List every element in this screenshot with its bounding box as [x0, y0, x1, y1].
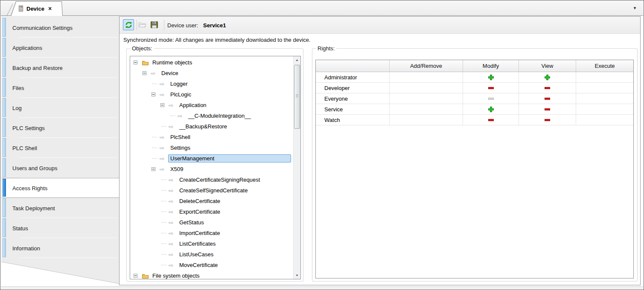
tree-node-plcshell[interactable]: ⇨PlcShell [130, 132, 293, 142]
tree-node-getstatus[interactable]: ⇨GetStatus [130, 217, 293, 228]
action-arrow-icon: ⇨ [160, 134, 168, 140]
sidebar-item-task-deployment[interactable]: Task Deployment [1, 198, 119, 218]
tree-node-label: File system objects [150, 272, 202, 279]
tree-node-exportcertificate[interactable]: ⇨ExportCertificate [130, 206, 293, 217]
tree-node-backup-restore[interactable]: ⇨__Backup&Restore [130, 121, 293, 132]
right-cell-administrator-view[interactable] [519, 72, 576, 82]
collapse-minus-icon[interactable] [134, 61, 137, 64]
tree-node-file-system-objects[interactable]: File system objects [130, 270, 293, 279]
sidebar-item-files[interactable]: Files [1, 78, 119, 98]
right-cell-everyone-modify[interactable] [463, 93, 519, 104]
right-cell-service-execute[interactable] [576, 104, 633, 114]
tree-node-usermanagement[interactable]: ⇨UserManagement [130, 153, 293, 164]
tree-node-application[interactable]: ⇨Application [130, 100, 293, 110]
collapse-minus-icon[interactable] [152, 167, 155, 171]
scroll-down-icon[interactable]: ▼ [294, 272, 300, 279]
sidebar-item-accent-strip [3, 98, 6, 117]
tree-connector [161, 265, 166, 265]
tree-node-logger[interactable]: ⇨Logger [130, 78, 293, 89]
sidebar: Communication SettingsApplicationsBackup… [1, 16, 119, 290]
tree-connector [170, 116, 175, 116]
open-file-icon[interactable] [138, 21, 147, 29]
role-label: Watch [316, 115, 389, 125]
right-cell-service-add-remove[interactable] [389, 104, 463, 114]
right-cell-watch-add-remove[interactable] [389, 115, 463, 125]
collapse-minus-icon[interactable] [160, 103, 164, 107]
tree-node-runtime-objects[interactable]: Runtime objects [130, 57, 293, 68]
right-cell-everyone-execute[interactable] [576, 93, 633, 104]
tree-connector [161, 201, 166, 201]
sidebar-item-label: PLC Settings [12, 125, 45, 131]
scrollbar-thumb[interactable] [294, 65, 300, 129]
tree-node-label: Runtime objects [150, 58, 194, 67]
tree-node-label: Device [159, 69, 181, 77]
save-icon[interactable] [150, 21, 158, 30]
tree-node-deletecertificate[interactable]: ⇨DeleteCertificate [130, 196, 293, 206]
tree-node-createcertificatesigningrequest[interactable]: ⇨CreateCertificateSigningRequest [130, 174, 293, 185]
tab-close-icon[interactable]: × [48, 6, 52, 12]
sidebar-item-accent-strip [3, 78, 6, 97]
right-cell-developer-modify[interactable] [463, 83, 519, 93]
sidebar-item-users-and-groups[interactable]: Users and Groups [1, 158, 119, 178]
rights-row-administrator: Administrator [316, 72, 633, 83]
right-cell-administrator-modify[interactable] [463, 72, 519, 82]
sidebar-item-communication-settings[interactable]: Communication Settings [1, 17, 119, 38]
vertical-scrollbar[interactable]: ▲ ▼ [293, 56, 300, 279]
main-panel: Device user: Service1 Synchronized mode:… [119, 16, 641, 285]
device-icon [18, 5, 24, 12]
tab-device[interactable]: Device × [11, 1, 63, 16]
sidebar-item-access-rights[interactable]: Access Rights [1, 178, 119, 198]
action-arrow-icon: ⇨ [160, 156, 168, 162]
sidebar-item-accent-strip [3, 198, 6, 217]
tree-node-plclogic[interactable]: ⇨PlcLogic [130, 89, 293, 100]
sidebar-item-information[interactable]: Information [1, 238, 119, 258]
right-cell-watch-view[interactable] [519, 115, 576, 125]
sidebar-item-accent-strip [3, 58, 6, 77]
tree-node-importcertificate[interactable]: ⇨ImportCertificate [130, 228, 293, 238]
collapse-minus-icon[interactable] [143, 71, 146, 75]
tree-node-listcertificates[interactable]: ⇨ListCertificates [130, 238, 293, 249]
right-cell-watch-modify[interactable] [463, 115, 519, 125]
sidebar-item-applications[interactable]: Applications [1, 38, 119, 58]
grant-plus-icon [544, 74, 551, 81]
tree-node-createselfsignedcertificate[interactable]: ⇨CreateSelfSignedCertificate [130, 185, 293, 196]
action-arrow-icon: ⇨ [160, 92, 168, 98]
objects-group: Objects: Runtime objects⇨Device⇨Logger⇨P… [126, 48, 303, 281]
rights-row-service: Service [316, 104, 633, 115]
tree-node-movecertificate[interactable]: ⇨MoveCertificate [130, 260, 293, 270]
right-cell-developer-view[interactable] [519, 83, 576, 93]
sidebar-item-log[interactable]: Log [1, 98, 119, 118]
tree-node-c-moduleintegration[interactable]: ⇨__C-ModuleIntegration__ [130, 110, 293, 121]
sidebar-item-plc-settings[interactable]: PLC Settings [1, 118, 119, 138]
right-cell-administrator-add-remove[interactable] [389, 72, 463, 82]
right-cell-developer-add-remove[interactable] [389, 83, 463, 93]
sidebar-item-plc-shell[interactable]: PLC Shell [1, 138, 119, 158]
collapse-minus-icon[interactable] [134, 274, 137, 278]
sidebar-item-backup-and-restore[interactable]: Backup and Restore [1, 58, 119, 78]
sync-refresh-button[interactable] [123, 19, 134, 30]
tree-connector [152, 84, 157, 84]
tree-node-settings[interactable]: ⇨Settings [130, 142, 293, 153]
sidebar-item-label: Backup and Restore [12, 64, 63, 71]
tree-node-x509[interactable]: ⇨X509 [130, 164, 293, 174]
tree-node-listusecases[interactable]: ⇨ListUseCases [130, 249, 293, 260]
right-cell-watch-execute[interactable] [576, 115, 633, 125]
sidebar-item-status[interactable]: Status [1, 218, 119, 238]
tree-connector [152, 137, 157, 137]
sidebar-item-label: Task Deployment [12, 205, 55, 211]
action-arrow-icon: ⇨ [169, 252, 177, 258]
tab-list-dropdown-icon[interactable]: ▼ [633, 6, 637, 10]
collapse-minus-icon[interactable] [152, 93, 155, 96]
right-cell-administrator-execute[interactable] [576, 72, 633, 82]
scroll-up-icon[interactable]: ▲ [294, 56, 300, 64]
right-cell-service-modify[interactable] [463, 104, 519, 114]
right-cell-developer-execute[interactable] [576, 83, 633, 93]
action-arrow-icon: ⇨ [169, 188, 177, 194]
tree-node-device[interactable]: ⇨Device [130, 68, 293, 78]
right-cell-everyone-view[interactable] [519, 93, 576, 104]
right-cell-everyone-add-remove[interactable] [389, 93, 463, 104]
tree-node-label: ExportCertificate [177, 208, 222, 216]
tree-connector [152, 148, 157, 148]
right-cell-service-view[interactable] [519, 104, 576, 114]
sidebar-item-accent-strip [3, 18, 6, 37]
